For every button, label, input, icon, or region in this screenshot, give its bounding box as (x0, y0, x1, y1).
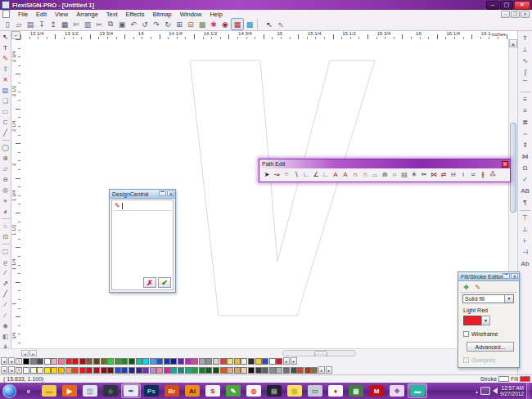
taskbar-flexisign[interactable]: ✒ (122, 384, 140, 397)
path-edit-title-bar[interactable]: Path Edit ✕ (259, 159, 510, 168)
symbol-tool[interactable]: Ω (520, 163, 531, 173)
flatten-arc[interactable]: ⌓ (370, 170, 380, 180)
arc-text-tool[interactable]: ⌒ (520, 78, 531, 89)
baseline-icon[interactable]: ⊣ (520, 247, 531, 258)
color-editor-button[interactable]: ▩ (244, 19, 255, 29)
select-tool[interactable]: ↖ (1, 32, 11, 42)
design-central-button[interactable]: ⊞ (174, 19, 185, 29)
vertical-scroll-thumb[interactable] (510, 123, 516, 213)
mdi-minimize-button[interactable]: – (501, 11, 510, 18)
speaker-icon[interactable] (493, 388, 498, 394)
delete-point[interactable]: ∖ (291, 170, 301, 180)
undo-steps-button[interactable]: ↺ (139, 19, 151, 29)
color-swatch[interactable] (72, 367, 79, 374)
save-button[interactable]: ▤ (25, 19, 36, 29)
symmetric-point[interactable]: ∩ (350, 170, 360, 180)
color-swatch[interactable] (58, 367, 65, 374)
circle-point[interactable]: ○ (390, 170, 399, 180)
color-swatch[interactable] (255, 358, 262, 365)
fill-shape-tool[interactable]: ◆ (1, 321, 11, 330)
menu-text[interactable]: Text (102, 11, 122, 18)
fill-swatch[interactable] (520, 376, 530, 382)
chevron-down-icon[interactable]: ▼ (504, 295, 513, 303)
panel-close-button[interactable]: ✕ (502, 161, 508, 168)
smooth-point[interactable]: A (340, 170, 350, 180)
pen-tool[interactable]: ╱ (1, 289, 11, 298)
color-swatch[interactable] (142, 358, 149, 365)
line-segment[interactable]: ∟ (301, 170, 311, 180)
panel-menu-button[interactable]: ≣ (511, 273, 518, 279)
document-icon[interactable] (2, 10, 10, 18)
taskbar-colors-app[interactable]: ❖ (388, 384, 406, 397)
paste-button[interactable]: ▣ (116, 19, 128, 29)
color-swatch[interactable] (115, 367, 121, 374)
taskbar-printer[interactable]: ▭ (306, 384, 324, 397)
color-swatch[interactable] (276, 358, 282, 365)
color-swatch[interactable] (72, 358, 79, 365)
taskbar-solitaire[interactable]: ♦ (327, 384, 345, 397)
color-swatch[interactable] (30, 367, 37, 374)
color-swatch[interactable] (44, 367, 51, 374)
color-swatch[interactable] (234, 367, 241, 374)
path-select[interactable]: ➤ (262, 170, 272, 180)
title-bar[interactable]: FlexiSIGN-PRO - [Untitled 1] – ▢ ✕ (0, 0, 532, 10)
palette-next-button[interactable]: ▸ (318, 366, 325, 374)
taskbar-photoshop[interactable]: Ps (142, 384, 160, 397)
color-swatch[interactable] (227, 358, 233, 365)
color-swatch[interactable] (121, 358, 128, 365)
palette-prev-button[interactable]: ◂ (1, 366, 7, 374)
make-vertical[interactable]: ∦ (478, 170, 488, 180)
maximize-button[interactable]: ▢ (500, 1, 513, 10)
measure-tool[interactable]: ⊏ (1, 117, 11, 127)
corner-segment[interactable]: ∟ (321, 170, 331, 180)
color-swatch[interactable] (23, 367, 29, 374)
color-swatch[interactable] (107, 367, 114, 374)
no-color-swatch[interactable]: ╳ (16, 358, 22, 365)
break-apart-icon[interactable]: ⋈ (520, 151, 531, 162)
job-info-button[interactable]: ▩ (196, 19, 208, 29)
taskbar-internet-explorer[interactable]: e (20, 384, 38, 397)
sharp-corner[interactable]: A (331, 170, 340, 180)
cancel-button[interactable]: ✗ (143, 277, 156, 288)
horizontal-text-tool[interactable]: T (520, 33, 531, 43)
fill-type-select[interactable]: Solid fill ▼ (462, 294, 514, 303)
taskbar-dark-app[interactable]: ◆ (101, 384, 119, 397)
align-left-icon[interactable]: ≡ (520, 94, 531, 105)
taskbar-illustrator[interactable]: Ai (183, 384, 201, 397)
color-swatch[interactable] (164, 358, 170, 365)
color-swatch[interactable] (205, 367, 212, 374)
color-swatch[interactable] (51, 358, 57, 365)
start-button[interactable] (2, 384, 16, 398)
color-swatch[interactable] (93, 358, 100, 365)
taskbar-draw-app[interactable]: ✎ (224, 384, 242, 397)
align-top-icon[interactable]: ⊤ (520, 213, 531, 223)
cut-plot-button[interactable]: ✄ (70, 19, 82, 29)
effect-tool[interactable]: ◧ (1, 331, 11, 341)
color-swatch[interactable] (227, 367, 233, 374)
taskbar-media-player[interactable]: ▶ (61, 384, 79, 397)
color-swatch[interactable] (65, 367, 72, 374)
fill-tab[interactable]: ❖ (462, 283, 471, 292)
color-swatch[interactable] (101, 367, 107, 374)
import-button[interactable]: ↧ (36, 19, 47, 29)
color-swatch[interactable] (192, 358, 198, 365)
curve-edit[interactable]: ↝ (272, 170, 282, 180)
color-swatch[interactable] (178, 358, 184, 365)
show-hidden-icons-button[interactable]: ▴ (476, 388, 478, 394)
palette-next-button[interactable]: ▸ (291, 357, 297, 365)
horizontal-scroll-track[interactable] (282, 350, 356, 356)
color-swatch[interactable] (192, 367, 198, 374)
select-tool-button[interactable]: ↖ (264, 19, 275, 29)
color-swatch[interactable] (241, 367, 247, 374)
taskbar-explorer[interactable]: ▬ (40, 384, 58, 397)
design-central-title-bar[interactable]: DesignCentral ▔ ≣ (110, 190, 175, 199)
color-swatch[interactable] (241, 358, 247, 365)
zoom-selection-tool[interactable]: ◎ (1, 185, 11, 195)
menu-arrange[interactable]: Arrange (72, 11, 102, 18)
color-zoom-tool[interactable]: ◕ (1, 206, 11, 216)
color-swatch[interactable] (199, 367, 205, 374)
menu-edit[interactable]: Edit (32, 11, 51, 18)
undo-button[interactable]: ↶ (128, 19, 139, 29)
color-swatch[interactable] (276, 367, 282, 374)
change-case-tool[interactable]: Ab (520, 258, 531, 269)
